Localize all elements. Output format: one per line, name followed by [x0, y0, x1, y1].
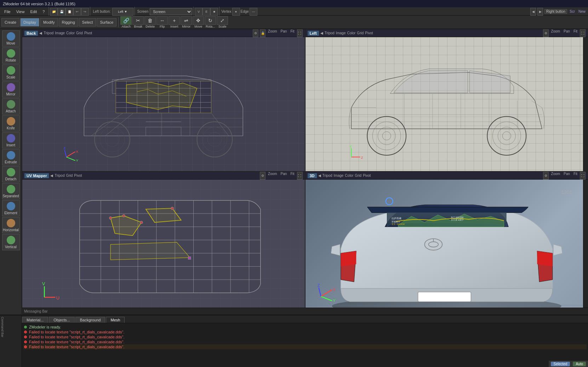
tool-element[interactable]: Element [2, 200, 20, 216]
vp-left-fullscreen[interactable]: ⛶ [580, 29, 586, 37]
vp-left-tripod[interactable]: Tripod [325, 31, 335, 35]
toolbar-icon-1[interactable]: 📁 [50, 8, 58, 16]
vp-back-color[interactable]: Color [66, 31, 75, 35]
vp-back-tripod[interactable]: Tripod [44, 31, 53, 35]
rightbtn-label[interactable]: Right button [544, 9, 567, 14]
vp-back-fullscreen[interactable]: ⛶ [297, 29, 303, 37]
vp-back-settings[interactable]: ⚙ [253, 29, 258, 37]
vp-3d-image[interactable]: Image [334, 174, 344, 177]
viewport-uv[interactable]: UV Mapper ◀ Tripod Grid Pivot ⚙ Zoom Pan… [22, 171, 305, 314]
btn-insert[interactable]: + Insert [169, 16, 180, 28]
tab-rigging[interactable]: Rigging [59, 18, 78, 27]
tb-right-2[interactable]: ▶ [537, 8, 543, 16]
tab-modify[interactable]: Modify [40, 18, 58, 27]
menu-file[interactable]: File [1, 9, 13, 14]
vp-3d-pan[interactable]: Pan [563, 172, 571, 180]
vp-back-grid[interactable]: Grid [76, 31, 83, 35]
toolbar-icon-5[interactable]: ↪ [81, 8, 89, 16]
vp-left-fit[interactable]: Fit [572, 29, 578, 37]
tool-knife[interactable]: Knife [2, 115, 20, 132]
vp-uv-settings[interactable]: ⚙ [260, 172, 266, 180]
tool-insert[interactable]: Insert [2, 132, 20, 148]
vp-3d-zoom[interactable]: Zoom [550, 172, 561, 180]
tool-move[interactable]: Move [2, 30, 20, 47]
vp-uv-zoom[interactable]: Zoom [267, 172, 278, 180]
vp-3d-content[interactable]: 拉萨西藏 穿越滇川 全长 4692KM 制之渝际国际 长江源 ●南宁 [306, 180, 588, 314]
vertex-icon[interactable]: ● [232, 8, 240, 16]
vp-left-pan[interactable]: Pan [563, 29, 571, 37]
vp-left-pivot[interactable]: Pivot [365, 31, 373, 35]
viewport-left[interactable]: Left ◀ Tripod Image Color Grid Pivot ⚙ Z… [305, 29, 588, 171]
vp-back-content[interactable]: X Y Z [22, 37, 305, 171]
tool-scale[interactable]: Scale [2, 64, 20, 81]
tab-select[interactable]: Select [79, 18, 96, 27]
tab-background[interactable]: Background [75, 317, 105, 323]
tab-mesh[interactable]: Mesh [106, 317, 125, 323]
btn-scale[interactable]: ⤢ Scale [217, 16, 228, 28]
vp-3d-fit[interactable]: Fit [572, 172, 578, 180]
vp-left-arrow[interactable]: ◀ [320, 31, 323, 35]
vp-left-color[interactable]: Color [347, 31, 355, 35]
toolbar-icon-2[interactable]: 💾 [58, 8, 65, 16]
menu-view[interactable]: View [13, 9, 28, 14]
vp-uv-arrow[interactable]: ◀ [50, 174, 53, 177]
vp-back-pan[interactable]: Pan [280, 29, 288, 37]
btn-rotate[interactable]: ↻ Rota... [205, 16, 216, 28]
vp-3d-settings[interactable]: ⚙ [543, 172, 549, 180]
vp-back-fit[interactable]: Fit [289, 29, 295, 37]
tab-create[interactable]: Create [1, 18, 19, 27]
vp-uv-grid[interactable]: Grid [66, 174, 73, 177]
menu-help[interactable]: ? [40, 9, 47, 14]
vp-3d-arrow[interactable]: ◀ [318, 174, 321, 177]
tab-objects[interactable]: Objects... [49, 317, 74, 323]
tool-attach[interactable]: Attach [2, 98, 20, 115]
toolbar-icon-4[interactable]: ↩ [73, 8, 81, 16]
btn-mirror[interactable]: ⇌ Mirror [181, 16, 192, 28]
tool-mirror[interactable]: Mirror [2, 81, 20, 98]
tb-v1[interactable]: V [195, 8, 202, 16]
vp-left-content[interactable]: Z Y [306, 37, 588, 171]
tool-vertical[interactable]: Vertical [2, 234, 20, 250]
btn-attach[interactable]: 🔗 Attach [120, 16, 132, 28]
toolbar-icon-3[interactable]: 📋 [65, 8, 73, 16]
tb-v3[interactable]: ■ [210, 8, 218, 16]
vp-3d-grid[interactable]: Grid [355, 174, 361, 177]
vp-left-zoom[interactable]: Zoom [550, 29, 561, 37]
tb-v2[interactable]: E [202, 8, 210, 16]
vp-3d-tripod[interactable]: Tripod [322, 174, 332, 177]
vp-uv-content[interactable]: U V [22, 180, 305, 314]
left-btn-icon[interactable]: Left ▼ [112, 8, 133, 16]
screen-dropdown[interactable]: Screen World Object [150, 8, 192, 15]
edge-icon[interactable]: — [250, 8, 257, 16]
vp-uv-fit[interactable]: Fit [289, 172, 295, 180]
vp-3d-pivot[interactable]: Pivot [363, 174, 371, 177]
vp-back-pivot[interactable]: Pivot [84, 31, 92, 35]
tool-rotate[interactable]: Rotate [2, 47, 20, 64]
tab-material[interactable]: Material... [22, 317, 48, 323]
vp-back-lock[interactable]: 🔒 [260, 29, 266, 37]
vp-3d-color[interactable]: Color [345, 174, 353, 177]
vp-back-zoom[interactable]: Zoom [267, 29, 278, 37]
btn-move[interactable]: ✥ Move [193, 16, 204, 28]
vp-uv-fullscreen[interactable]: ⛶ [297, 172, 303, 180]
btn-flip[interactable]: ↔ Flip [156, 16, 168, 28]
tool-horizontal[interactable]: Horizontal [2, 217, 20, 233]
vp-back-image[interactable]: Image [55, 31, 65, 35]
vp-3d-fullscreen[interactable]: ⛶ [580, 172, 586, 180]
tool-detach[interactable]: Detach [2, 166, 20, 182]
vp-uv-pan[interactable]: Pan [280, 172, 288, 180]
vp-back-arrow[interactable]: ◀ [39, 31, 42, 35]
menu-edit[interactable]: Edit [27, 9, 40, 14]
tool-extrude[interactable]: Extrude [2, 149, 20, 165]
vp-uv-pivot[interactable]: Pivot [74, 174, 82, 177]
vp-left-grid[interactable]: Grid [357, 31, 364, 35]
btn-break[interactable]: ✂ Break [132, 16, 144, 28]
tb-right-1[interactable]: ◀ [530, 8, 536, 16]
btn-delete[interactable]: 🗑 Delete [144, 16, 156, 28]
vp-uv-tripod[interactable]: Tripod [55, 174, 64, 177]
tool-separated[interactable]: Separated [2, 183, 20, 199]
viewport-back[interactable]: Back ◀ Tripod Image Color Grid Pivot ⚙ 🔒… [22, 29, 305, 171]
tab-surface[interactable]: Surface [97, 18, 116, 27]
viewport-3d[interactable]: 3D ◀ Tripod Image Color Grid Pivot ⚙ Zoo… [305, 171, 588, 314]
tab-display[interactable]: Display [20, 18, 39, 27]
